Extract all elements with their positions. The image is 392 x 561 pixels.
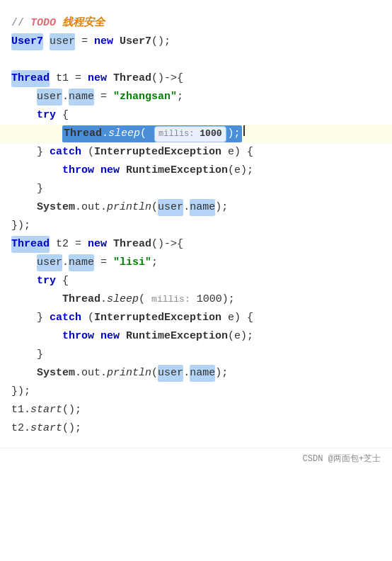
kw-throw-1: throw bbox=[62, 162, 94, 179]
kw-throw-2: throw bbox=[62, 328, 94, 345]
thread-class-sleep-2: Thread bbox=[62, 291, 100, 308]
tooltip-millis-1: millis: 1000 bbox=[154, 126, 226, 142]
kw-new-3: new bbox=[100, 162, 120, 179]
system-2: System bbox=[37, 365, 75, 382]
line-catch-2: } catch (InterruptedException e) { bbox=[11, 309, 381, 327]
user-var-highlight: user bbox=[50, 33, 75, 50]
line-throw-2: throw new RuntimeException(e); bbox=[11, 327, 381, 346]
code-block: // TODO 线程安全 User7 user = new User7(); T… bbox=[0, 7, 392, 445]
thread-type-1-highlight: Thread bbox=[11, 70, 50, 87]
line-close-catch-2: } bbox=[11, 346, 381, 364]
tooltip-value-1: 1000 bbox=[200, 128, 221, 139]
out-2: out bbox=[81, 365, 100, 382]
todo-text: 线程安全 bbox=[56, 15, 105, 32]
sleep-call-highlight: Thread.sleep( millis: 1000); bbox=[62, 125, 242, 142]
thread-type-2-highlight: Thread bbox=[11, 236, 50, 253]
kw-new-2: new bbox=[88, 70, 107, 87]
interrupted-exception-2: InterruptedException bbox=[94, 310, 221, 327]
line-thread1-decl: Thread t1 = new Thread()->{ bbox=[11, 69, 381, 88]
line-println-2: System.out.println(user.name); bbox=[11, 364, 381, 382]
todo-keyword: TODO bbox=[30, 15, 56, 32]
user-in-println-1: user bbox=[158, 201, 183, 213]
sleep-method-2: sleep bbox=[107, 291, 139, 308]
system-1: System bbox=[37, 199, 75, 216]
type-thread-1: Thread bbox=[11, 72, 50, 84]
line-user-name-lisi: user.name = "lisi"; bbox=[11, 254, 381, 272]
comment-slash: // bbox=[11, 15, 30, 32]
line-t1-start: t1.start(); bbox=[11, 401, 381, 419]
name-ref-2-highlight: name bbox=[69, 254, 94, 271]
line-println-1: System.out.println(user.name); bbox=[11, 198, 381, 217]
footer-credit: CSDN @两面包+芝士 bbox=[303, 453, 381, 466]
println-2: println bbox=[107, 365, 151, 382]
comment-line: // TODO 线程安全 bbox=[11, 14, 381, 33]
runtime-exception-2: RuntimeException bbox=[126, 328, 228, 345]
thread-class-sleep: Thread bbox=[64, 128, 102, 140]
out-1: out bbox=[81, 199, 100, 216]
user-ref-1: user bbox=[37, 91, 62, 103]
param-label-2: millis: bbox=[151, 293, 190, 307]
class-user7: User7 bbox=[120, 33, 151, 50]
name-ref-2: name bbox=[69, 256, 94, 268]
class-thread-1: Thread bbox=[113, 70, 151, 87]
tooltip-label-1: millis: bbox=[158, 129, 194, 139]
str-lisi: "lisi" bbox=[113, 254, 151, 271]
line-try-2: try { bbox=[11, 272, 381, 290]
text-cursor bbox=[243, 125, 245, 136]
user-in-println-2: user bbox=[158, 367, 183, 379]
name-ref-1-highlight: name bbox=[69, 89, 94, 106]
user-ref-println-2: user bbox=[158, 365, 183, 382]
name-ref-println-2: name bbox=[190, 365, 215, 382]
kw-catch-1: catch bbox=[50, 144, 81, 161]
line-catch-1: } catch (InterruptedException e) { bbox=[11, 143, 381, 162]
str-zhangsan: "zhangsan" bbox=[113, 89, 177, 106]
kw-try-1: try bbox=[37, 107, 56, 124]
user-ref-println-1: user bbox=[158, 199, 183, 216]
line-close-catch-1: } bbox=[11, 180, 381, 198]
user-ref-1-highlight: user bbox=[37, 89, 62, 106]
line-try-1: try { bbox=[11, 106, 381, 125]
type-thread-2: Thread bbox=[11, 238, 50, 250]
line-user-decl: User7 user = new User7(); bbox=[11, 33, 381, 51]
footer-bar: CSDN @两面包+芝士 bbox=[0, 448, 392, 469]
interrupted-exception-1: InterruptedException bbox=[94, 144, 221, 161]
start-method-1: start bbox=[30, 402, 62, 419]
line-throw-1: throw new RuntimeException(e); bbox=[11, 162, 381, 180]
line-thread-sleep-2: Thread.sleep( millis: 1000); bbox=[11, 290, 381, 309]
name-ref-1: name bbox=[69, 91, 94, 103]
kw-try-2: try bbox=[37, 273, 56, 290]
user7-type-highlight: User7 bbox=[11, 33, 43, 50]
line-thread2-decl: Thread t2 = new Thread()->{ bbox=[11, 235, 381, 254]
class-thread-2: Thread bbox=[113, 236, 151, 253]
line-thread-sleep-1: Thread.sleep( millis: 1000); bbox=[0, 125, 392, 143]
kw-new-4: new bbox=[88, 236, 107, 253]
kw-new: new bbox=[94, 33, 113, 50]
sleep-method: sleep bbox=[108, 128, 140, 140]
user-ref-2-highlight: user bbox=[37, 254, 62, 271]
kw-new-5: new bbox=[100, 328, 120, 345]
var-user: user bbox=[50, 35, 75, 47]
name-in-println-2: name bbox=[190, 367, 215, 379]
runtime-exception-1: RuntimeException bbox=[126, 162, 228, 179]
user-ref-2: user bbox=[37, 256, 62, 268]
start-method-2: start bbox=[30, 420, 62, 437]
line-close-lambda-1: }); bbox=[11, 217, 381, 235]
name-ref-println-1: name bbox=[190, 199, 215, 216]
name-in-println-1: name bbox=[190, 201, 215, 213]
line-close-lambda-2: }); bbox=[11, 382, 381, 401]
blank-line-1 bbox=[11, 51, 381, 69]
kw-catch-2: catch bbox=[50, 310, 81, 327]
type-user7: User7 bbox=[11, 35, 43, 47]
line-user-name-zhangsan: user.name = "zhangsan"; bbox=[11, 88, 381, 106]
line-t2-start: t2.start(); bbox=[11, 419, 381, 438]
println-1: println bbox=[107, 199, 151, 216]
